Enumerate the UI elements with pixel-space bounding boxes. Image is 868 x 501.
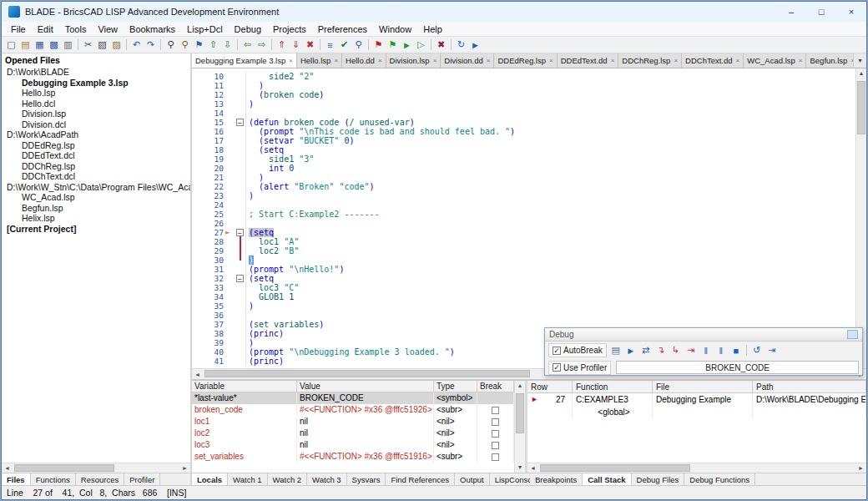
fold-collapse-icon[interactable] (236, 275, 244, 282)
gutter-margin[interactable] (225, 246, 235, 256)
redo-icon[interactable]: ↷ (144, 38, 158, 52)
nav-back-icon[interactable]: ⇦ (240, 38, 255, 52)
stop-icon[interactable]: ■ (729, 346, 744, 356)
gutter-margin[interactable] (225, 292, 235, 301)
tab-call-stack[interactable]: Call Stack (583, 473, 631, 485)
gutter-margin[interactable] (225, 154, 235, 164)
tree-item-ddedtext-dcl[interactable]: DDEdText.dcl (2, 150, 190, 161)
reset-icon[interactable]: ↺ (749, 345, 765, 356)
unload-icon[interactable]: ⇓ (289, 38, 303, 52)
fold-collapse-icon[interactable] (236, 119, 244, 126)
scrollbar-track[interactable] (515, 391, 525, 463)
editor-tab-wc-acad-lsp[interactable]: WC_Acad.lsp× (744, 53, 806, 68)
print-icon[interactable]: ▥ (61, 38, 75, 52)
code-line[interactable]: 30) (192, 256, 855, 265)
editor-tab-division-dd[interactable]: Division.dd× (441, 53, 494, 68)
tab-close-icon[interactable]: × (736, 57, 740, 64)
menu-item-window[interactable]: Window (373, 23, 417, 35)
copy-icon[interactable]: ▧ (95, 38, 109, 52)
breakpoint-flag-icon[interactable]: ⚑ (371, 38, 386, 52)
gutter-margin[interactable] (225, 72, 235, 81)
editor-tab-begfun-lsp[interactable]: Begfun.lsp× (806, 53, 853, 68)
code-line[interactable]: 24 (192, 200, 855, 210)
gutter-margin[interactable] (225, 145, 235, 154)
bookmark-toggle-icon[interactable]: ⚑ (192, 38, 206, 52)
tab-resources[interactable]: Resources (76, 473, 124, 485)
menu-item-tools[interactable]: Tools (59, 23, 93, 35)
break-checkbox[interactable] (492, 430, 499, 438)
gutter-margin[interactable] (225, 200, 235, 210)
load-selection-icon[interactable]: ⇑ (275, 38, 289, 52)
gutter-margin[interactable] (225, 127, 235, 136)
column-header-value[interactable]: Value (297, 381, 434, 392)
load-run-icon[interactable]: ► (400, 38, 414, 52)
code-line[interactable]: 36 (192, 311, 855, 320)
column-header-variable[interactable]: Variable (192, 381, 297, 392)
column-header-break[interactable]: Break (477, 381, 514, 392)
scroll-left-icon[interactable]: ◄ (527, 465, 538, 471)
cut-icon[interactable]: ✂ (81, 38, 95, 52)
run-to-cursor-icon[interactable]: ⇥ (684, 345, 699, 356)
continue-icon[interactable]: ► (623, 346, 638, 356)
code-line[interactable]: 10 side2 "2" (192, 72, 855, 81)
code-line[interactable]: 14 (192, 109, 855, 118)
tab-close-icon[interactable]: × (674, 57, 678, 64)
callstack-row[interactable]: <global> (527, 406, 866, 418)
search-files-icon[interactable]: ⚲ (351, 38, 366, 52)
editor-tab-ddchreg-lsp[interactable]: DDChReg.lsp× (618, 53, 682, 68)
tab-debug-functions[interactable]: Debug Functions (684, 473, 755, 485)
scrollbar-track[interactable] (538, 463, 855, 473)
column-header-file[interactable]: File (653, 381, 753, 392)
bookmark-prev-icon[interactable]: ⇧ (206, 38, 220, 52)
tab-close-icon[interactable]: × (378, 57, 382, 64)
scrollbar-thumb[interactable] (857, 81, 865, 134)
column-header-row[interactable]: Row (527, 381, 573, 392)
tab-profiler[interactable]: Profiler (124, 473, 160, 485)
tab-close-icon[interactable]: × (799, 57, 803, 64)
code-line[interactable]: 25; Start C:Example2 ------- (192, 210, 855, 219)
gutter-margin[interactable] (225, 219, 235, 228)
fold-collapse-icon[interactable] (236, 229, 244, 236)
column-header-type[interactable]: Type (434, 381, 477, 392)
variable-row-broken-code[interactable]: broken_code#<<FUNCTION> #x36 @fffc51926>… (192, 404, 514, 416)
code-line[interactable]: 34 GLOB1 1 (192, 292, 855, 301)
scroll-left-icon[interactable]: ◄ (2, 465, 13, 471)
close-button[interactable]: × (836, 2, 866, 22)
menu-item-preferences[interactable]: Preferences (312, 23, 373, 35)
tab-watch-1[interactable]: Watch 1 (228, 473, 268, 485)
gutter-margin[interactable] (225, 265, 235, 274)
tree-item-hello-lsp[interactable]: Hello.lsp (2, 88, 190, 99)
undo-icon[interactable]: ↶ (129, 38, 144, 52)
break-checkbox[interactable] (492, 407, 499, 414)
tab-list-dropdown-icon[interactable]: ▼ (853, 53, 866, 68)
tab-close-icon[interactable]: × (289, 57, 293, 64)
menu-item-bookmarks[interactable]: Bookmarks (124, 23, 181, 35)
scrollbar-thumb[interactable] (204, 370, 530, 377)
tab-functions[interactable]: Functions (31, 473, 76, 485)
tree-item-division-dcl[interactable]: Division.dcl (2, 119, 190, 130)
menu-item-lisp-dcl[interactable]: Lisp+Dcl (181, 23, 229, 35)
code-line[interactable]: 13) (192, 99, 855, 109)
variable-row-last-value[interactable]: *last-value*BROKEN_CODE<symbol> (192, 392, 514, 404)
editor-tab-ddedtext-dd[interactable]: DDEdText.dd× (558, 53, 619, 68)
gutter-margin[interactable] (225, 81, 235, 90)
editor-vscrollbar[interactable]: ▲ ▼ (855, 68, 866, 368)
gutter-margin[interactable] (225, 182, 235, 191)
break-checkbox[interactable] (492, 453, 499, 461)
tree-item-begfun-lsp[interactable]: Begfun.lsp (2, 203, 190, 214)
code-line[interactable]: 27►(setq (192, 228, 855, 237)
paste-icon[interactable]: ▨ (109, 38, 124, 52)
open-file-icon[interactable]: ▤ (18, 38, 33, 52)
minimize-button[interactable]: – (776, 2, 806, 22)
new-file-icon[interactable]: ▢ (4, 38, 18, 52)
tab-close-icon[interactable]: × (334, 57, 338, 64)
break-checkbox[interactable] (492, 418, 499, 426)
editor-tab-hello-lsp[interactable]: Hello.lsp× (297, 53, 342, 68)
menu-item-debug[interactable]: Debug (229, 23, 267, 35)
scrollbar-thumb[interactable] (14, 464, 114, 472)
code-line[interactable]: 16 (prompt "\nThis code is bad and shoul… (192, 127, 855, 136)
gutter-margin[interactable]: ► (225, 228, 235, 237)
editor-tab-hello-dd[interactable]: Hello.dd× (342, 53, 386, 68)
variables-vscrollbar[interactable]: ▲ ▼ (514, 381, 525, 473)
scroll-down-icon[interactable]: ▼ (515, 463, 525, 473)
